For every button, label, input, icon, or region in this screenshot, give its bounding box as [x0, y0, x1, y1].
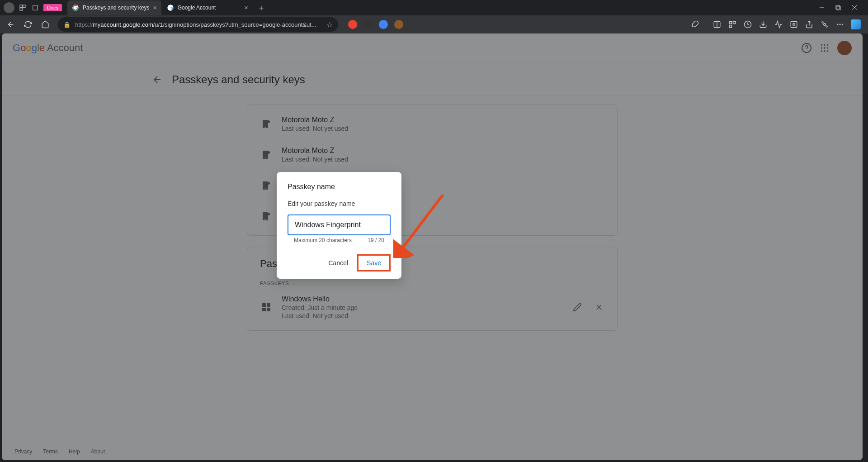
- google-favicon-icon: [72, 4, 79, 11]
- save-button[interactable]: Save: [359, 256, 389, 270]
- extension-icon[interactable]: [379, 20, 388, 29]
- apps-icon[interactable]: [820, 20, 829, 29]
- tab-title: Passkeys and security keys: [83, 5, 149, 11]
- home-button[interactable]: [38, 17, 52, 32]
- close-tab-icon[interactable]: ×: [153, 4, 156, 11]
- window-controls: [812, 3, 864, 12]
- svg-point-23: [840, 24, 841, 25]
- svg-rect-17: [791, 21, 797, 28]
- copilot-icon[interactable]: [851, 19, 861, 29]
- input-counter: 19 / 20: [368, 237, 384, 243]
- browser-tabs: Passkeys and security keys × Google Acco…: [67, 0, 808, 15]
- svg-rect-0: [20, 5, 22, 7]
- browser-title-bar: Docs Passkeys and security keys × Google…: [0, 0, 868, 15]
- url-text: https://myaccount.google.com/u/1/signino…: [75, 21, 322, 28]
- passkey-name-input[interactable]: [288, 215, 390, 234]
- back-button[interactable]: [4, 17, 18, 32]
- save-highlight-annotation: Save: [357, 254, 391, 271]
- share-icon[interactable]: [805, 20, 814, 29]
- favorite-icon[interactable]: ☆: [326, 20, 333, 29]
- dialog-actions: Cancel Save: [288, 254, 391, 271]
- passkey-name-dialog: Passkey name Edit your passkey name Maxi…: [277, 172, 401, 279]
- extensions-icon[interactable]: [690, 20, 699, 29]
- dialog-label: Edit your passkey name: [288, 200, 391, 207]
- new-tab-button[interactable]: ＋: [254, 2, 269, 13]
- browser-tab-inactive[interactable]: Google Account ×: [162, 0, 253, 15]
- history-icon[interactable]: [743, 20, 752, 29]
- svg-rect-15: [729, 25, 731, 28]
- more-menu-icon[interactable]: [835, 20, 844, 29]
- downloads-icon[interactable]: [759, 20, 768, 29]
- docs-badge[interactable]: Docs: [43, 4, 62, 11]
- profile-avatar-icon[interactable]: [4, 2, 14, 13]
- workspaces-icon[interactable]: [18, 3, 27, 12]
- tab-title: Google Account: [178, 5, 241, 11]
- extension-icons: [348, 20, 688, 29]
- extension-icon[interactable]: [348, 20, 357, 29]
- browser-tab-active[interactable]: Passkeys and security keys ×: [67, 0, 161, 15]
- close-tab-icon[interactable]: ×: [244, 4, 248, 11]
- svg-rect-13: [729, 21, 731, 24]
- collections-icon[interactable]: [728, 20, 737, 29]
- svg-point-24: [842, 24, 843, 25]
- refresh-button[interactable]: [21, 17, 35, 32]
- svg-rect-7: [836, 5, 840, 9]
- input-hint: Maximum 20 characters: [294, 237, 352, 243]
- browser-menu-icons: [690, 19, 864, 29]
- svg-point-22: [837, 24, 838, 25]
- cancel-button[interactable]: Cancel: [323, 256, 354, 270]
- svg-rect-8: [837, 6, 840, 10]
- input-meta: Maximum 20 characters 19 / 20: [288, 235, 391, 243]
- svg-rect-2: [20, 8, 22, 10]
- input-wrapper: [288, 214, 391, 235]
- tab-actions-icon[interactable]: [31, 3, 40, 12]
- svg-rect-3: [33, 5, 38, 10]
- lock-icon: 🔒: [63, 21, 71, 28]
- performance-icon[interactable]: [774, 20, 783, 29]
- minimize-icon[interactable]: [817, 3, 826, 12]
- address-bar[interactable]: 🔒 https://myaccount.google.com/u/1/signi…: [58, 17, 338, 32]
- extension-icon[interactable]: [394, 20, 403, 29]
- svg-point-21: [826, 26, 827, 27]
- split-screen-icon[interactable]: [712, 20, 722, 29]
- modal-scrim[interactable]: [2, 33, 863, 460]
- close-window-icon[interactable]: [850, 3, 859, 12]
- screenshot-icon[interactable]: [789, 20, 798, 29]
- extension-icon[interactable]: [363, 20, 373, 29]
- svg-rect-1: [23, 5, 25, 7]
- svg-point-18: [793, 24, 795, 26]
- browser-toolbar: 🔒 https://myaccount.google.com/u/1/signi…: [0, 15, 868, 33]
- google-favicon-icon: [167, 4, 174, 11]
- svg-rect-14: [733, 21, 736, 24]
- dialog-title: Passkey name: [288, 183, 391, 191]
- svg-point-20: [822, 22, 823, 23]
- maximize-icon[interactable]: [834, 3, 843, 12]
- svg-point-19: [824, 24, 826, 26]
